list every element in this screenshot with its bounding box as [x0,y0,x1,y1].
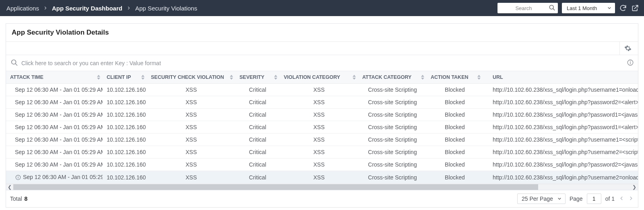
table-row[interactable]: Sep 12 06:30 AM - Jan 01 05:29 AM10.102.… [6,146,638,159]
cell-client-ip: 10.102.126.160 [103,146,147,159]
cell-violation-category: XSS [280,109,358,121]
cell-attack-time: Sep 12 06:30 AM - Jan 01 05:29 AM [6,84,103,96]
next-page-button[interactable] [628,196,634,202]
cell-attack-time: Sep 12 06:30 AM - Jan 01 05:29 AM [6,159,103,171]
sort-arrows-icon[interactable] [274,75,277,80]
panel-toolbar [6,41,638,55]
cell-attack-category: Cross-site Scripting [358,84,427,96]
cell-url: http://10.102.60.238/xss_sql/login.php?p… [483,159,638,171]
svg-marker-8 [97,78,100,80]
cell-action-taken: Blocked [427,121,483,134]
cell-url: http://10.102.60.238/xss_sql/login.php?p… [483,109,638,121]
breadcrumb-level2[interactable]: App Security Dashboard [52,5,122,12]
cell-violation-category: XSS [280,159,358,171]
svg-point-23 [18,176,18,177]
cell-client-ip: 10.102.126.160 [103,171,147,184]
col-violation-category[interactable]: VIOLATION CATEGORY [280,71,358,84]
table-header-row: ATTACK TIME CLIENT IP SECURITY CHECK VIO… [6,71,638,84]
info-icon [15,174,21,181]
top-bar: Applications App Security Dashboard App … [0,0,644,16]
svg-marker-13 [274,75,277,77]
topbar-right: Last 1 Month [497,3,639,13]
svg-marker-16 [353,78,356,80]
table-row[interactable]: Sep 12 06:30 AM - Jan 01 05:29 AM10.102.… [6,84,638,96]
breadcrumb-level3[interactable]: App Security Violations [135,5,197,12]
cell-security-check: XSS [147,159,235,171]
info-icon [627,59,634,66]
total-count: Total 8 [10,196,27,202]
violations-table: ATTACK TIME CLIENT IP SECURITY CHECK VIO… [6,71,638,184]
info-button[interactable] [627,59,634,67]
svg-line-3 [16,64,17,66]
svg-marker-12 [230,78,233,80]
table-row[interactable]: Sep 12 06:30 AM - Jan 01 05:29 AM10.102.… [6,121,638,134]
cell-attack-time: Sep 12 06:30 AM - Jan 01 05:29 AM [6,146,103,159]
sort-arrows-icon[interactable] [421,75,424,80]
cell-client-ip: 10.102.126.160 [103,96,147,109]
col-client-ip[interactable]: CLIENT IP [103,71,147,84]
sort-arrows-icon[interactable] [141,75,144,80]
sort-arrows-icon[interactable] [97,75,100,80]
table-row[interactable]: Sep 12 06:30 AM - Jan 01 05:29 AM10.102.… [6,171,638,184]
chevron-down-icon [607,6,612,10]
settings-button[interactable] [619,41,636,55]
horizontal-scrollbar[interactable]: ❮ ❯ [6,184,638,190]
cell-url: http://10.102.60.238/xss_sql/login.php?u… [483,134,638,146]
cell-attack-category: Cross-site Scripting [358,146,427,159]
cell-severity: Critical [235,109,280,121]
cell-attack-category: Cross-site Scripting [358,159,427,171]
col-url[interactable]: URL [483,71,638,84]
global-search-input[interactable] [497,3,558,13]
col-attack-category[interactable]: ATTACK CATEGORY [358,71,427,84]
table-footer: Total 8 25 Per Page Page of 1 [6,190,638,207]
search-icon [10,58,18,68]
table-row[interactable]: Sep 12 06:30 AM - Jan 01 05:29 AM10.102.… [6,159,638,171]
cell-violation-category: XSS [280,146,358,159]
svg-marker-18 [421,78,424,80]
cell-severity: Critical [235,84,280,96]
scroll-track[interactable] [13,184,631,190]
table-row[interactable]: Sep 12 06:30 AM - Jan 01 05:29 AM10.102.… [6,109,638,121]
sort-arrows-icon[interactable] [353,75,356,80]
svg-marker-10 [141,78,144,80]
scroll-right-arrow[interactable]: ❯ [631,184,638,190]
cell-violation-category: XSS [280,96,358,109]
time-range-select[interactable]: Last 1 Month [562,3,615,13]
cell-attack-category: Cross-site Scripting [358,134,427,146]
time-range-label: Last 1 Month [567,5,597,11]
cell-url: http://10.102.60.238/xss_sql/login.php?u… [483,146,638,159]
cell-security-check: XSS [147,109,235,121]
table-filter-input[interactable] [21,60,634,66]
svg-marker-11 [230,75,233,77]
table-row[interactable]: Sep 12 06:30 AM - Jan 01 05:29 AM10.102.… [6,96,638,109]
cell-client-ip: 10.102.126.160 [103,134,147,146]
open-external-button[interactable] [631,4,639,12]
cell-client-ip: 10.102.126.160 [103,109,147,121]
total-label: Total [10,196,22,202]
prev-page-button[interactable] [619,196,624,202]
scroll-thumb[interactable] [13,184,538,190]
refresh-button[interactable] [619,4,627,12]
table-row[interactable]: Sep 12 06:30 AM - Jan 01 05:29 AM10.102.… [6,134,638,146]
cell-action-taken: Blocked [427,171,483,184]
svg-marker-14 [274,78,277,80]
breadcrumb-level1[interactable]: Applications [6,5,39,12]
sort-arrows-icon[interactable] [477,75,481,80]
cell-action-taken: Blocked [427,146,483,159]
per-page-select[interactable]: 25 Per Page [517,194,566,204]
col-attack-time[interactable]: ATTACK TIME [6,71,103,84]
cell-attack-time: Sep 12 06:30 AM - Jan 01 05:29 AM [6,96,103,109]
cell-security-check: XSS [147,134,235,146]
cell-severity: Critical [235,146,280,159]
sort-arrows-icon[interactable] [230,75,233,80]
cell-action-taken: Blocked [427,96,483,109]
cell-severity: Critical [235,96,280,109]
col-severity[interactable]: SEVERITY [235,71,280,84]
scroll-left-arrow[interactable]: ❮ [6,184,13,190]
page-input[interactable] [587,194,601,204]
cell-action-taken: Blocked [427,84,483,96]
col-security-check[interactable]: SECURITY CHECK VIOLATION [147,71,235,84]
panel-title: App Security Violation Details [6,24,638,41]
col-action-taken[interactable]: ACTION TAKEN [427,71,483,84]
cell-url: http://10.102.60.238/xss_sql/login.php?p… [483,96,638,109]
